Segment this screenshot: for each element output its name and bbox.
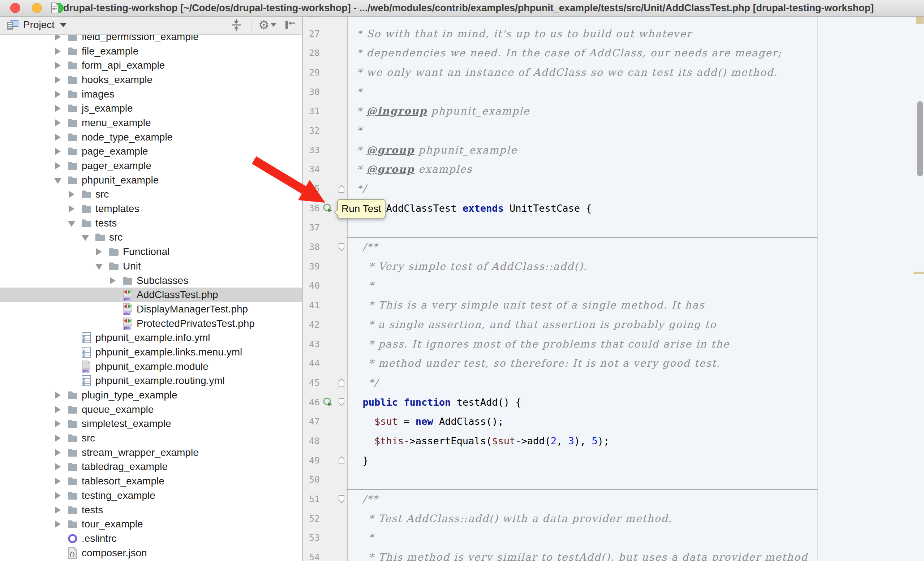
tree-item-displaymanagertest-php[interactable]: phpDisplayManagerTest.php — [0, 302, 302, 316]
tree-item-templates[interactable]: templates — [0, 202, 302, 216]
tree-item-file-example[interactable]: file_example — [0, 44, 302, 58]
tree-item-phpunit-example-module[interactable]: phpphpunit_example.module — [0, 359, 302, 374]
tree-item-hooks-example[interactable]: hooks_example — [0, 73, 302, 87]
fold-end-icon[interactable] — [336, 450, 347, 470]
tree-item-page-example[interactable]: page_example — [0, 145, 302, 159]
tree-item-functional[interactable]: Functional — [0, 245, 302, 259]
chevron-collapsed-icon[interactable] — [54, 477, 66, 485]
fold-start-icon[interactable] — [336, 489, 347, 509]
tree-item-phpunit-example-links-menu-yml[interactable]: phpunit_example.links.menu.yml — [0, 345, 302, 359]
tree-item-tablesort-example[interactable]: tablesort_example — [0, 474, 302, 488]
chevron-collapsed-icon[interactable] — [54, 105, 66, 112]
tree-item-simpletest-example[interactable]: simpletest_example — [0, 417, 302, 431]
tree-item-composer-json[interactable]: {}composer.json — [0, 546, 302, 560]
chevron-collapsed-icon[interactable] — [108, 277, 122, 284]
tree-item-subclasses[interactable]: Subclasses — [0, 274, 302, 288]
code-line-39[interactable]: 39 * Very simple test of AddClass::add()… — [303, 256, 924, 276]
code-line-28[interactable]: 28 * dependencies we need. In the case o… — [303, 43, 924, 63]
tree-item-tour-example[interactable]: tour_example — [0, 517, 302, 531]
code-line-43[interactable]: 43 * pass. It ignores most of the proble… — [303, 334, 924, 354]
code-line-36[interactable]: 36class AddClassTest extends UnitTestCas… — [303, 198, 924, 218]
chevron-expanded-icon[interactable] — [94, 263, 108, 270]
editor-scrollbar-thumb[interactable] — [917, 101, 923, 176]
code-line-29[interactable]: 29 * we only want an instance of AddClas… — [303, 63, 924, 82]
fold-end-icon[interactable] — [336, 179, 347, 199]
code-line-34[interactable]: 34 * @group examples — [303, 160, 924, 179]
chevron-collapsed-icon[interactable] — [67, 191, 80, 198]
code-line-27[interactable]: 27 * So with that in mind, it's up to us… — [303, 24, 924, 43]
tree-item-tabledrag-example[interactable]: tabledrag_example — [0, 460, 302, 474]
fold-end-icon[interactable] — [336, 373, 347, 393]
chevron-collapsed-icon[interactable] — [67, 205, 80, 212]
code-line-35[interactable]: 35 */ — [303, 179, 924, 199]
title-bar[interactable]: drupal-testing-workshop [~/Code/os/drupa… — [0, 0, 924, 16]
chevron-collapsed-icon[interactable] — [54, 420, 66, 427]
tree-item-phpunit-example-routing-yml[interactable]: phpunit_example.routing.yml — [0, 374, 302, 388]
chevron-collapsed-icon[interactable] — [54, 449, 66, 456]
chevron-expanded-icon[interactable] — [54, 177, 66, 184]
collapse-all-button[interactable] — [229, 18, 243, 32]
fold-start-icon[interactable] — [336, 392, 347, 412]
tree-item-queue-example[interactable]: queue_example — [0, 402, 302, 417]
chevron-collapsed-icon[interactable] — [54, 148, 66, 155]
run-test-gutter-icon[interactable] — [320, 392, 336, 412]
chevron-collapsed-icon[interactable] — [94, 248, 108, 256]
chevron-expanded-icon[interactable] — [67, 220, 80, 227]
settings-gear-button[interactable]: ⚙ — [260, 18, 274, 32]
code-line-40[interactable]: 40 * — [303, 276, 924, 296]
chevron-collapsed-icon[interactable] — [54, 91, 66, 98]
chevron-expanded-icon[interactable] — [81, 234, 94, 241]
code-line-53[interactable]: 53 * — [303, 528, 924, 548]
tree-item-src[interactable]: src — [0, 230, 302, 245]
code-line-45[interactable]: 45 */ — [303, 373, 924, 393]
tree-item-tests[interactable]: tests — [0, 216, 302, 230]
tree-item-unit[interactable]: Unit — [0, 259, 302, 274]
tree-item-images[interactable]: images — [0, 87, 302, 102]
tree-item-js-example[interactable]: js_example — [0, 101, 302, 115]
chevron-collapsed-icon[interactable] — [54, 162, 66, 169]
chevron-collapsed-icon[interactable] — [54, 76, 66, 84]
tree-item-protectedprivatestest-php[interactable]: phpProtectedPrivatesTest.php — [0, 316, 302, 331]
tree-item-stream-wrapper-example[interactable]: stream_wrapper_example — [0, 446, 302, 460]
tree-item-addclasstest-php[interactable]: phpAddClassTest.php — [0, 287, 302, 302]
hide-panel-button[interactable] — [283, 18, 297, 32]
tree-item-src[interactable]: src — [0, 431, 302, 446]
panel-splitter[interactable] — [302, 16, 303, 561]
chevron-collapsed-icon[interactable] — [54, 435, 66, 442]
chevron-collapsed-icon[interactable] — [54, 48, 66, 55]
code-line-26[interactable]: 26 — [303, 16, 924, 24]
code-line-31[interactable]: 31 * @ingroup phpunit_example — [303, 102, 924, 121]
code-editor[interactable]: 2627 * So with that in mind, it's up to … — [303, 16, 924, 561]
tree-item--eslintrc[interactable]: .eslintrc — [0, 531, 302, 546]
code-line-49[interactable]: 49 } — [303, 450, 924, 470]
chevron-collapsed-icon[interactable] — [54, 134, 66, 141]
tree-item-form-api-example[interactable]: form_api_example — [0, 58, 302, 73]
code-line-32[interactable]: 32 * — [303, 121, 924, 141]
tree-item-menu-example[interactable]: menu_example — [0, 115, 302, 130]
chevron-collapsed-icon[interactable] — [54, 521, 66, 528]
chevron-collapsed-icon[interactable] — [54, 506, 66, 514]
chevron-collapsed-icon[interactable] — [54, 392, 66, 399]
chevron-collapsed-icon[interactable] — [54, 406, 66, 413]
code-line-46[interactable]: 46 public function testAdd() { — [303, 392, 924, 412]
project-views-dropdown-icon[interactable] — [60, 23, 67, 27]
chevron-collapsed-icon[interactable] — [54, 492, 66, 499]
chevron-collapsed-icon[interactable] — [54, 463, 66, 470]
code-line-47[interactable]: 47 $sut = new AddClass(); — [303, 412, 924, 431]
code-line-41[interactable]: 41 * This is a very simple unit test of … — [303, 296, 924, 315]
chevron-collapsed-icon[interactable] — [54, 119, 66, 126]
code-line-50[interactable]: 50 — [303, 470, 924, 489]
tree-item-phpunit-example-info-yml[interactable]: phpunit_example.info.yml — [0, 331, 302, 345]
document-proxy-icon[interactable] — [50, 3, 59, 13]
fold-start-icon[interactable] — [336, 237, 347, 257]
code-line-30[interactable]: 30 * — [303, 82, 924, 102]
tree-item-src[interactable]: src — [0, 187, 302, 202]
code-line-54[interactable]: 54 * This method is very similar to test… — [303, 548, 924, 561]
code-line-52[interactable]: 52 * Test AddClass::add() with a data pr… — [303, 509, 924, 528]
code-line-42[interactable]: 42 * a single assertion, and that assert… — [303, 315, 924, 335]
code-line-38[interactable]: 38 /** — [303, 237, 924, 257]
code-line-48[interactable]: 48 $this->assertEquals($sut->add(2, 3), … — [303, 431, 924, 451]
code-line-44[interactable]: 44 * method under test, so therefore: It… — [303, 354, 924, 373]
tree-item-testing-example[interactable]: testing_example — [0, 488, 302, 503]
tree-item-pager-example[interactable]: pager_example — [0, 159, 302, 173]
